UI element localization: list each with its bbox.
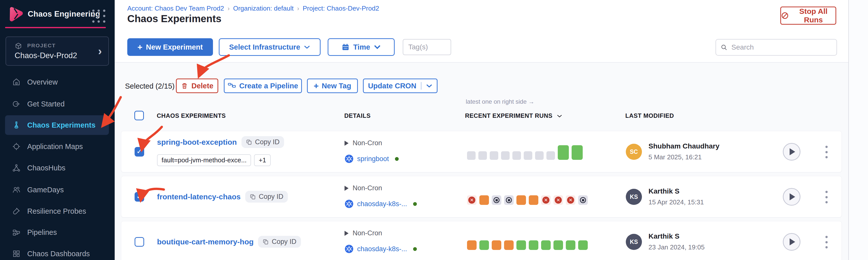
- sidebar-item-gamedays[interactable]: GameDays: [5, 180, 109, 199]
- breadcrumb-account-link[interactable]: Account: Chaos Dev Team Prod2: [127, 4, 224, 12]
- scroll-gutter[interactable]: [849, 0, 868, 260]
- infrastructure-link[interactable]: chaosday-k8s-...: [357, 245, 407, 253]
- run-status-box[interactable]: [578, 240, 588, 250]
- sidebar-item-application-maps[interactable]: Application Maps: [5, 137, 109, 156]
- schedule-toggle[interactable]: Non-Cron: [344, 184, 382, 192]
- copy-icon: [246, 139, 252, 146]
- sidebar-item-chaos-experiments[interactable]: Chaos Experiments: [5, 115, 109, 135]
- run-failed-icon[interactable]: ✕: [566, 195, 576, 205]
- plus-icon: +: [137, 43, 143, 51]
- sidebar-item-chaos-dashboards[interactable]: Chaos Dashboards: [5, 244, 109, 260]
- copy-id-label: Copy ID: [255, 138, 280, 146]
- row-checkbox[interactable]: [134, 147, 144, 156]
- more-tags-badge[interactable]: +1: [254, 154, 271, 166]
- run-status-box[interactable]: [547, 151, 555, 160]
- run-status-box[interactable]: [517, 240, 526, 250]
- run-status-box[interactable]: [490, 151, 498, 160]
- tags-filter-input[interactable]: [403, 39, 451, 55]
- sidebar-item-chaoshubs[interactable]: ChaosHubs: [5, 158, 109, 178]
- kubernetes-icon: [344, 154, 353, 163]
- row-menu-button[interactable]: [822, 144, 832, 160]
- run-status-box[interactable]: [478, 151, 487, 160]
- dashboards-icon: [12, 250, 21, 258]
- run-failed-icon[interactable]: ✕: [467, 195, 476, 205]
- run-status-box[interactable]: [513, 151, 521, 160]
- sidebar-item-overview[interactable]: Overview: [5, 72, 109, 92]
- chaoshubs-icon: [12, 163, 21, 172]
- run-status-box[interactable]: [535, 151, 544, 160]
- run-status-box[interactable]: [529, 240, 538, 250]
- select-all-checkbox[interactable]: [134, 111, 144, 120]
- chevron-down-icon: [374, 44, 381, 49]
- new-experiment-button[interactable]: + New Experiment: [127, 38, 213, 56]
- breadcrumb-project-link[interactable]: Project: Chaos-Dev-Prod2: [303, 4, 379, 12]
- run-failed-icon[interactable]: ✕: [541, 195, 551, 205]
- stop-all-runs-button[interactable]: Stop All Runs: [780, 6, 836, 25]
- row-menu-button[interactable]: [822, 234, 832, 250]
- run-status-box[interactable]: [517, 195, 526, 205]
- copy-id-button[interactable]: Copy ID: [258, 236, 301, 248]
- run-status-box[interactable]: [541, 240, 551, 250]
- breadcrumb-separator: ›: [297, 5, 299, 12]
- play-icon: [789, 193, 795, 200]
- column-header-runs[interactable]: RECENT EXPERIMENT RUNS: [465, 112, 562, 119]
- new-experiment-label: New Experiment: [146, 43, 203, 51]
- infra-status-dot: [395, 157, 399, 161]
- copy-id-button[interactable]: Copy ID: [245, 191, 288, 202]
- new-tag-button[interactable]: + New Tag: [307, 78, 358, 93]
- infrastructure-link[interactable]: springboot: [357, 155, 389, 163]
- run-stopped-icon[interactable]: [578, 195, 588, 205]
- project-selector[interactable]: PROJECT Chaos-Dev-Prod2 ›: [5, 37, 109, 66]
- module-grid-icon[interactable]: [92, 9, 107, 24]
- run-experiment-button[interactable]: [783, 188, 801, 206]
- run-status-box[interactable]: [479, 195, 489, 205]
- copy-id-button[interactable]: Copy ID: [242, 136, 284, 148]
- run-failed-icon[interactable]: ✕: [554, 195, 563, 205]
- row-checkbox[interactable]: [134, 192, 144, 201]
- sidebar-item-get-started[interactable]: Get Started: [5, 94, 109, 114]
- run-stopped-icon[interactable]: [504, 195, 514, 205]
- experiment-row-spring-boot-exception[interactable]: spring-boot-exception Copy ID fault=pod-…: [121, 131, 842, 173]
- sidebar-item-pipelines[interactable]: Pipelines: [5, 223, 109, 242]
- column-header-details: DETAILS: [344, 112, 371, 119]
- run-status-box[interactable]: [529, 195, 538, 205]
- run-status-box[interactable]: [501, 151, 509, 160]
- experiment-tag[interactable]: fault=pod-jvm-method-exce...: [157, 154, 251, 166]
- sidebar-item-label: Chaos Experiments: [27, 121, 95, 129]
- schedule-toggle[interactable]: Non-Cron: [344, 229, 382, 237]
- infra-status-dot: [413, 202, 417, 206]
- run-status-box[interactable]: [479, 240, 489, 250]
- experiment-name-link[interactable]: frontend-latency-chaos: [157, 192, 241, 201]
- run-stopped-icon[interactable]: [492, 195, 501, 205]
- experiment-name-link[interactable]: spring-boot-exception: [157, 138, 237, 147]
- search-input[interactable]: [732, 43, 832, 51]
- run-status-box[interactable]: [558, 145, 569, 160]
- breadcrumb-organization-link[interactable]: Organization: default: [233, 4, 293, 12]
- experiment-row-frontend-latency-chaos[interactable]: frontend-latency-chaos Copy ID Non-Cron …: [121, 176, 842, 218]
- run-status-box[interactable]: [524, 151, 532, 160]
- schedule-label: Non-Cron: [352, 139, 382, 147]
- delete-button[interactable]: Delete: [176, 78, 218, 93]
- experiment-name-link[interactable]: boutique-cart-memory-hog: [157, 237, 253, 246]
- infrastructure-link[interactable]: chaosday-k8s-...: [357, 200, 407, 208]
- schedule-toggle[interactable]: Non-Cron: [344, 139, 382, 147]
- chevron-down-icon[interactable]: [426, 83, 433, 88]
- run-status-box[interactable]: [504, 240, 514, 250]
- run-experiment-button[interactable]: [783, 143, 801, 160]
- run-status-box[interactable]: [467, 151, 475, 160]
- recent-runs: [467, 143, 583, 160]
- time-filter-dropdown[interactable]: Time: [328, 38, 395, 56]
- run-status-box[interactable]: [566, 240, 576, 250]
- sidebar-item-resilience-probes[interactable]: Resilience Probes: [5, 201, 109, 221]
- row-menu-button[interactable]: [822, 189, 832, 205]
- run-experiment-button[interactable]: [783, 233, 801, 251]
- run-status-box[interactable]: [571, 145, 583, 160]
- run-status-box[interactable]: [554, 240, 563, 250]
- create-pipeline-button[interactable]: Create a Pipeline: [224, 78, 302, 93]
- update-cron-button[interactable]: Update CRON: [363, 78, 437, 93]
- run-status-box[interactable]: [467, 240, 476, 250]
- run-status-box[interactable]: [492, 240, 501, 250]
- row-checkbox[interactable]: [134, 237, 144, 247]
- experiment-row-boutique-cart-memory-hog[interactable]: boutique-cart-memory-hog Copy ID Non-Cro…: [121, 221, 842, 260]
- select-infrastructure-dropdown[interactable]: Select Infrastructure: [219, 38, 320, 56]
